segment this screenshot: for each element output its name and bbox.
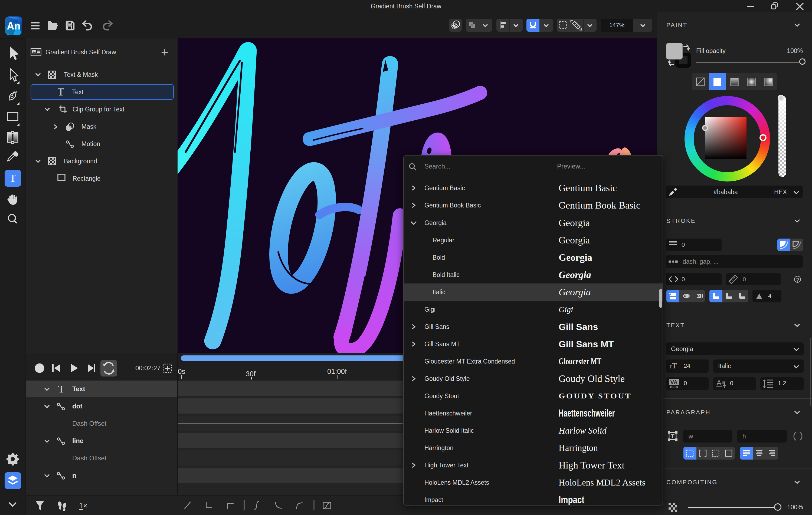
svg-text:T: T [671, 433, 674, 440]
svg-text:00:02:27: 00:02:27 [135, 364, 161, 372]
svg-text:1×: 1× [79, 502, 87, 510]
svg-text:VA: VA [670, 379, 677, 385]
svg-text:A: A [717, 379, 722, 387]
svg-text:a: a [722, 379, 725, 385]
